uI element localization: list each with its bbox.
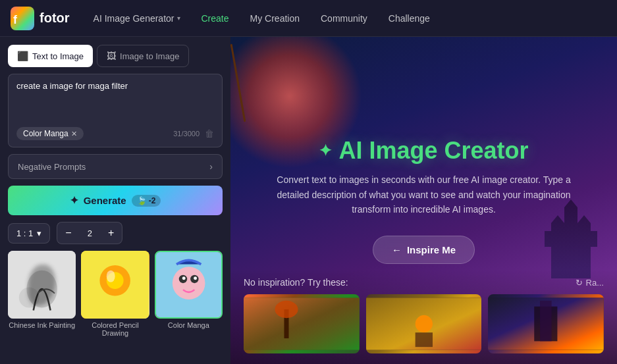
controls-row: 1 : 1 ▾ − 2 + (8, 222, 223, 244)
ratio-select[interactable]: 1 : 1 ▾ (8, 223, 50, 244)
nav-ai-generator[interactable]: AI Image Generator ▾ (86, 9, 188, 28)
logo[interactable]: f fotor (11, 7, 70, 30)
style-img-pencil (81, 251, 149, 319)
style-tag: Color Manga ✕ (16, 127, 84, 140)
try-image-3[interactable] (488, 294, 604, 353)
try-image-1[interactable] (244, 294, 360, 353)
svg-point-18 (275, 301, 298, 318)
svg-point-10 (172, 267, 205, 299)
svg-point-3 (26, 271, 57, 308)
count-decrease-button[interactable]: − (57, 222, 79, 244)
try-header: No inspiration? Try these: ↻ Ra... (244, 277, 604, 288)
svg-rect-22 (415, 332, 432, 347)
nav-challenge[interactable]: Challenge (381, 9, 438, 28)
tag-close-icon[interactable]: ✕ (71, 130, 77, 138)
leaf-icon: 🍃 (137, 196, 147, 205)
hero-subtitle: Convert text to images in seconds with o… (266, 172, 582, 217)
char-count: 31/3000 🗑 (173, 128, 214, 139)
try-section: No inspiration? Try these: ↻ Ra... (230, 269, 617, 364)
right-panel: ✦ AI Image Creator Convert text to image… (230, 37, 617, 364)
count-value: 2 (80, 224, 100, 243)
sparkles-icon: ✦ (319, 142, 332, 160)
try-images-row (244, 294, 604, 353)
text-icon: ⬛ (17, 51, 28, 61)
chevron-down-icon: ▾ (37, 228, 41, 238)
style-label-chinese: Chinese Ink Painting (9, 321, 75, 329)
nav-create[interactable]: Create (194, 9, 237, 28)
svg-point-21 (415, 315, 432, 332)
try-img-1-preview (244, 294, 360, 353)
count-control: − 2 + (57, 222, 122, 244)
image-icon: 🖼 (107, 51, 116, 61)
fotor-logo-icon: f (11, 7, 34, 30)
no-inspiration-label: No inspiration? Try these: (244, 277, 348, 288)
svg-point-8 (107, 271, 115, 282)
style-preview-manga (156, 252, 221, 317)
chevron-right-icon: › (209, 161, 213, 172)
color-manga-svg (156, 252, 221, 317)
hero-title: ✦ AI Image Creator (319, 137, 528, 165)
style-row: Chinese Ink Painting Colored Pencil Draw… (8, 251, 223, 337)
style-img-manga (155, 251, 223, 319)
style-label-pencil: Colored Pencil Drawing (81, 321, 149, 337)
generate-button[interactable]: ✦ Generate 🍃 -2 (8, 186, 223, 215)
main-nav: AI Image Generator ▾ Create My Creation … (86, 9, 606, 28)
style-chinese-ink[interactable]: Chinese Ink Painting (8, 251, 76, 337)
negative-prompts-row[interactable]: Negative Prompts › (8, 154, 223, 179)
prompt-input[interactable] (16, 81, 214, 120)
style-preview-chinese (8, 251, 76, 319)
negative-prompts-label: Negative Prompts (18, 162, 86, 172)
arrow-left-icon: ← (392, 244, 402, 255)
svg-rect-2 (8, 251, 76, 319)
try-image-2[interactable] (366, 294, 482, 353)
main-layout: ⬛ Text to Image 🖼 Image to Image Color M… (0, 37, 617, 364)
svg-point-13 (182, 276, 185, 280)
svg-rect-26 (540, 301, 552, 341)
svg-point-4 (19, 288, 40, 308)
prompt-area: Color Manga ✕ 31/3000 🗑 (8, 74, 223, 147)
style-label-manga: Color Manga (168, 321, 209, 329)
chinese-ink-svg (8, 251, 76, 319)
random-button[interactable]: ↻ Ra... (576, 278, 604, 288)
credits-badge: 🍃 -2 (132, 195, 161, 207)
svg-text:f: f (13, 13, 18, 26)
tab-image-to-image[interactable]: 🖼 Image to Image (97, 45, 189, 67)
sparkle-icon: ✦ (70, 194, 78, 207)
delete-icon[interactable]: 🗑 (205, 128, 214, 139)
tab-text-to-image[interactable]: ⬛ Text to Image (8, 45, 93, 67)
logo-text: fotor (40, 11, 70, 26)
inspire-me-button[interactable]: ← Inspire Me (373, 236, 475, 264)
mode-tabs: ⬛ Text to Image 🖼 Image to Image (8, 45, 223, 67)
prompt-footer: Color Manga ✕ 31/3000 🗑 (16, 127, 214, 140)
svg-rect-16 (244, 298, 360, 350)
style-img-chinese (8, 251, 76, 319)
header: f fotor AI Image Generator ▾ Create My C… (0, 0, 617, 37)
nav-community[interactable]: Community (313, 9, 375, 28)
try-img-3-preview (488, 294, 604, 353)
nav-my-creation[interactable]: My Creation (242, 9, 308, 28)
svg-point-14 (194, 276, 197, 280)
left-panel: ⬛ Text to Image 🖼 Image to Image Color M… (0, 37, 230, 364)
chevron-down-icon: ▾ (177, 14, 180, 22)
colored-pencil-svg (81, 251, 149, 319)
try-img-2-preview (366, 294, 482, 353)
style-colored-pencil[interactable]: Colored Pencil Drawing (81, 251, 149, 337)
refresh-icon: ↻ (576, 278, 583, 288)
style-color-manga[interactable]: Color Manga (155, 251, 223, 337)
count-increase-button[interactable]: + (100, 222, 122, 244)
style-preview-pencil (81, 251, 149, 319)
